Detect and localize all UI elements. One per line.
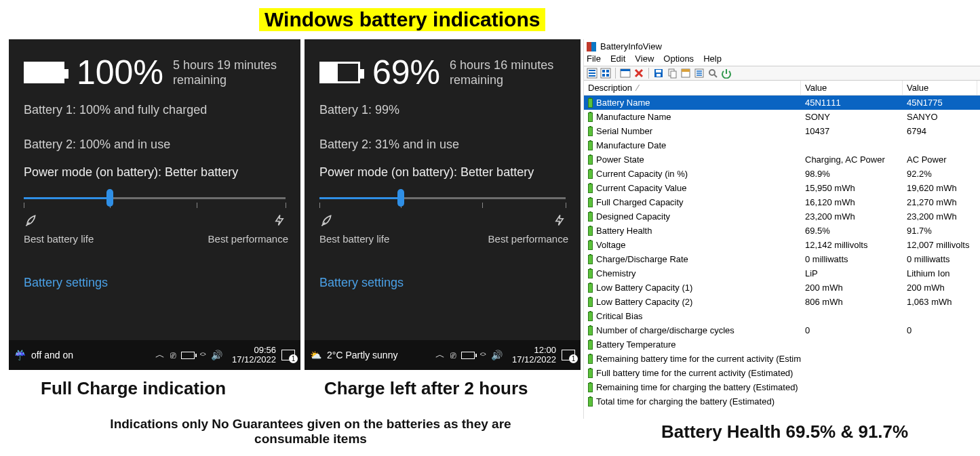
volume-icon[interactable]: 🔊 <box>211 350 222 360</box>
column-value-2[interactable]: Value <box>903 81 977 95</box>
caption-full-charge: Full Charge indication <box>41 378 226 399</box>
battery-item-icon <box>588 127 593 136</box>
svg-rect-13 <box>656 74 661 77</box>
svg-rect-1 <box>589 70 595 71</box>
list-row[interactable]: Manufacture NameSONYSANYO <box>584 110 980 124</box>
list-row[interactable]: Battery Health69.5%91.7% <box>584 224 980 238</box>
menu-options[interactable]: Options <box>663 54 694 64</box>
toolbar-save-icon[interactable] <box>653 68 664 79</box>
battery-settings-link[interactable]: Battery settings <box>319 276 581 290</box>
battery-tray-icon[interactable] <box>181 352 195 359</box>
list-row[interactable]: Low Battery Capacity (1)200 mWh200 mWh <box>584 281 980 295</box>
menu-edit[interactable]: Edit <box>610 54 625 64</box>
battery-item-icon <box>588 297 593 307</box>
battery-percentage: 69% <box>372 53 440 92</box>
battery-item-icon <box>588 226 593 236</box>
notification-icon[interactable] <box>281 350 295 360</box>
battery-item-icon <box>588 241 593 250</box>
svg-rect-12 <box>656 70 661 72</box>
battery-flyout-1: 100% 5 hours 19 minutes remaining Batter… <box>9 39 300 370</box>
time-remaining: 6 hours 16 minutes remaining <box>450 58 553 88</box>
wifi-icon[interactable]: ⌔ <box>480 350 486 360</box>
list-row[interactable]: Serial Number104376794 <box>584 124 980 138</box>
battery-percentage: 100% <box>77 53 163 92</box>
list-row[interactable]: Charge/Discharge Rate0 milliwatts0 milli… <box>584 252 980 266</box>
battery-item-icon <box>588 312 593 321</box>
svg-rect-8 <box>606 74 609 77</box>
weather-icon[interactable]: ⛅ <box>310 350 321 360</box>
list-row[interactable]: Current Capacity (in %)98.9%92.2% <box>584 167 980 181</box>
power-mode-slider[interactable] <box>319 192 566 204</box>
battery-item-icon <box>588 326 593 335</box>
column-description[interactable]: Description ⁄ <box>584 81 801 95</box>
toolbar-view-list-icon[interactable] <box>587 68 597 79</box>
toolbar-delete-icon[interactable] <box>633 68 644 79</box>
list-row[interactable]: Low Battery Capacity (2)806 mWh1,063 mWh <box>584 295 980 309</box>
menu-view[interactable]: View <box>635 54 654 64</box>
weather-text[interactable]: off and on <box>31 350 73 360</box>
batteryinfoview-window: BatteryInfoView FileEditViewOptionsHelp … <box>583 39 980 419</box>
toolbar-exit-icon[interactable] <box>721 68 732 79</box>
list-row[interactable]: Designed Capacity23,200 mWh23,200 mWh <box>584 209 980 224</box>
list-row[interactable]: Manufacture Date <box>584 138 980 152</box>
toolbar-copy-icon[interactable] <box>667 68 678 79</box>
battery-settings-link[interactable]: Battery settings <box>24 276 300 290</box>
leaf-icon <box>319 213 333 230</box>
column-value-1[interactable]: Value <box>801 81 903 95</box>
clock[interactable]: 12:00 17/12/2022 <box>512 346 556 365</box>
weather-icon[interactable]: ☔ <box>14 350 26 360</box>
battery-item-icon <box>588 340 593 350</box>
list-row[interactable]: Remaining battery time for the current a… <box>584 352 980 366</box>
caption-charge-left: Charge left after 2 hours <box>324 378 528 399</box>
svg-rect-10 <box>621 69 630 71</box>
list-row[interactable]: Current Capacity Value15,950 mWh19,620 m… <box>584 181 980 195</box>
weather-text[interactable]: 2°C Partly sunny <box>327 350 397 360</box>
toolbar-view-grid-icon[interactable] <box>600 68 611 79</box>
disclaimer: Indications only No Guarantees given on … <box>73 417 548 447</box>
list-row[interactable]: Power StateCharging, AC PowerAC Power <box>584 152 980 167</box>
list-row[interactable]: Full battery time for the current activi… <box>584 366 980 380</box>
taskbar: ⛅ 2°C Partly sunny ︿ ⎚ ⌔ 🔊 12:00 17/12/2… <box>305 340 581 370</box>
list-header[interactable]: Description ⁄ Value Value <box>584 81 980 96</box>
list-body: Battery Name45N111145N1775Manufacture Na… <box>584 96 980 409</box>
toolbar-find-icon[interactable] <box>707 68 718 79</box>
chevron-up-icon[interactable]: ︿ <box>435 349 445 361</box>
chevron-up-icon[interactable]: ︿ <box>155 349 165 361</box>
battery-item-icon <box>588 397 593 407</box>
toolbar-copy-cell-icon[interactable] <box>680 68 691 79</box>
leaf-icon <box>24 213 37 230</box>
list-row[interactable]: Full Charged Capacity16,120 mWh21,270 mW… <box>584 195 980 209</box>
list-row[interactable]: Number of charge/discharge cycles00 <box>584 323 980 337</box>
power-mode-slider[interactable] <box>24 192 286 204</box>
battery-item-icon <box>588 212 593 222</box>
list-row[interactable]: Battery Temperature <box>584 337 980 352</box>
power-mode-label: Power mode (on battery): Better battery <box>305 152 581 180</box>
menu-file[interactable]: File <box>587 54 601 64</box>
volume-icon[interactable]: 🔊 <box>491 350 503 360</box>
list-row[interactable]: ChemistryLiPLithium Ion <box>584 266 980 281</box>
time-remaining: 5 hours 19 minutes remaining <box>173 58 277 88</box>
list-row[interactable]: Voltage12,142 millivolts12,007 millivolt… <box>584 238 980 252</box>
clock[interactable]: 09:56 17/12/2022 <box>232 346 276 365</box>
list-row[interactable]: Remaining time for charging the battery … <box>584 380 980 394</box>
list-row[interactable]: Battery Name45N111145N1775 <box>584 96 980 110</box>
battery-tray-icon[interactable] <box>461 352 475 359</box>
svg-rect-7 <box>602 74 605 77</box>
list-row[interactable]: Total time for charging the battery (Est… <box>584 394 980 409</box>
meet-now-icon[interactable]: ⎚ <box>170 350 176 360</box>
battery-item-icon <box>588 184 593 193</box>
meet-now-icon[interactable]: ⎚ <box>450 350 456 360</box>
battery-item-icon <box>588 354 593 364</box>
battery-icon <box>24 62 64 83</box>
list-row[interactable]: Critical Bias <box>584 309 980 323</box>
battery-item-icon <box>588 383 593 392</box>
notification-icon[interactable] <box>562 350 575 360</box>
toolbar-properties-icon[interactable] <box>620 68 631 79</box>
wifi-icon[interactable]: ⌔ <box>200 350 205 360</box>
svg-rect-2 <box>589 72 595 74</box>
slider-label-right: Best performance <box>488 233 568 245</box>
slider-label-right: Best performance <box>208 233 288 245</box>
svg-rect-5 <box>602 70 605 72</box>
menu-help[interactable]: Help <box>703 54 722 64</box>
toolbar-options-icon[interactable] <box>694 68 705 79</box>
